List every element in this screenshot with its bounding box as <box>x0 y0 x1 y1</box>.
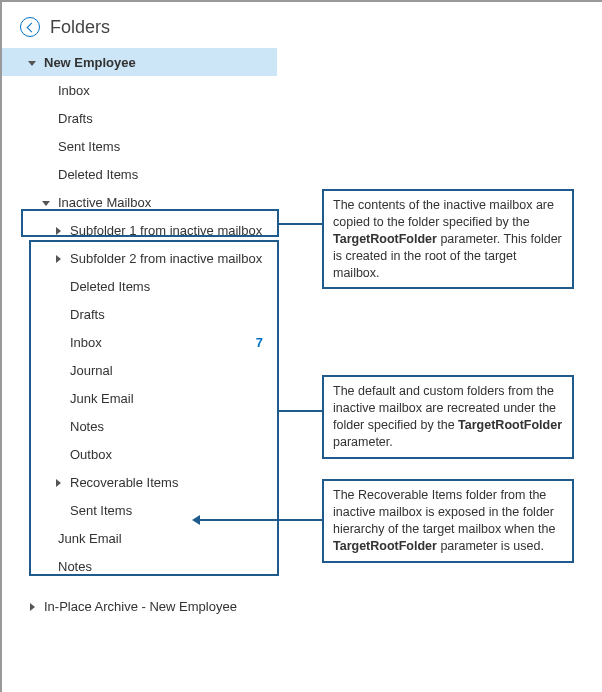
connector-line <box>200 519 322 521</box>
tree-item-label: Outbox <box>70 447 269 462</box>
tree-item-label: Subfolder 2 from inactive mailbox <box>70 251 269 266</box>
tree-item-label: Sent Items <box>58 139 269 154</box>
connector-line <box>279 223 322 225</box>
tree-item-inbox[interactable]: Inbox <box>2 76 277 104</box>
expand-icon[interactable] <box>52 475 64 490</box>
tree-item-label: Notes <box>58 559 269 574</box>
tree-item-im-outbox[interactable]: Outbox <box>2 440 277 468</box>
tree-item-subfolder2[interactable]: Subfolder 2 from inactive mailbox <box>2 244 277 272</box>
spacer <box>2 580 277 592</box>
tree-item-im-drafts[interactable]: Drafts <box>2 300 277 328</box>
tree-item-label: Subfolder 1 from inactive mailbox <box>70 223 269 238</box>
tree-item-label: Drafts <box>58 111 269 126</box>
tree-item-inactive-mailbox[interactable]: Inactive Mailbox <box>2 188 277 216</box>
tree-item-label: Journal <box>70 363 269 378</box>
tree-item-label: Deleted Items <box>58 167 269 182</box>
tree-item-im-junk[interactable]: Junk Email <box>2 384 277 412</box>
tree-item-im-recoverable[interactable]: Recoverable Items <box>2 468 277 496</box>
tree-item-drafts[interactable]: Drafts <box>2 104 277 132</box>
tree-item-label: In-Place Archive - New Employee <box>44 599 269 614</box>
callout-bold: TargetRootFolder <box>458 418 562 432</box>
tree-item-im-deleted[interactable]: Deleted Items <box>2 272 277 300</box>
tree-item-junk[interactable]: Junk Email <box>2 524 277 552</box>
unread-count: 7 <box>256 335 269 350</box>
tree-item-label: New Employee <box>44 55 269 70</box>
tree-item-label: Deleted Items <box>70 279 269 294</box>
tree-item-subfolder1[interactable]: Subfolder 1 from inactive mailbox <box>2 216 277 244</box>
connector-line <box>279 410 322 412</box>
tree-item-new-employee[interactable]: New Employee <box>2 48 277 76</box>
tree-item-label: Inbox <box>58 83 269 98</box>
callout-3: The Recoverable Items folder from the in… <box>322 479 574 563</box>
callout-bold: TargetRootFolder <box>333 539 437 553</box>
callout-text: parameter is used. <box>437 539 544 553</box>
expand-icon[interactable] <box>26 599 38 614</box>
tree-item-notes[interactable]: Notes <box>2 552 277 580</box>
tree-item-im-journal[interactable]: Journal <box>2 356 277 384</box>
callout-bold: TargetRootFolder <box>333 232 437 246</box>
tree-item-label: Inactive Mailbox <box>58 195 269 210</box>
tree-item-label: Drafts <box>70 307 269 322</box>
tree-item-label: Inbox <box>70 335 256 350</box>
expand-icon[interactable] <box>40 195 52 210</box>
expand-icon[interactable] <box>52 223 64 238</box>
tree-item-label: Recoverable Items <box>70 475 269 490</box>
tree-item-deleted-items[interactable]: Deleted Items <box>2 160 277 188</box>
tree-item-archive[interactable]: In-Place Archive - New Employee <box>2 592 277 620</box>
expand-icon[interactable] <box>26 55 38 70</box>
header: Folders <box>2 2 602 48</box>
tree-item-sent-items[interactable]: Sent Items <box>2 132 277 160</box>
tree-item-im-inbox[interactable]: Inbox 7 <box>2 328 277 356</box>
tree-item-label: Sent Items <box>70 503 269 518</box>
callout-text: The contents of the inactive mailbox are… <box>333 198 554 229</box>
tree-item-im-notes[interactable]: Notes <box>2 412 277 440</box>
arrow-left-icon <box>192 515 200 525</box>
callout-text: parameter. <box>333 435 393 449</box>
page-title: Folders <box>50 17 110 38</box>
callout-text: The Recoverable Items folder from the in… <box>333 488 555 536</box>
callout-1: The contents of the inactive mailbox are… <box>322 189 574 289</box>
callout-2: The default and custom folders from the … <box>322 375 574 459</box>
back-icon[interactable] <box>20 17 40 37</box>
folder-tree: New Employee Inbox Drafts Sent Items Del… <box>2 48 277 620</box>
tree-item-label: Junk Email <box>70 391 269 406</box>
tree-item-label: Notes <box>70 419 269 434</box>
expand-icon[interactable] <box>52 251 64 266</box>
tree-item-label: Junk Email <box>58 531 269 546</box>
